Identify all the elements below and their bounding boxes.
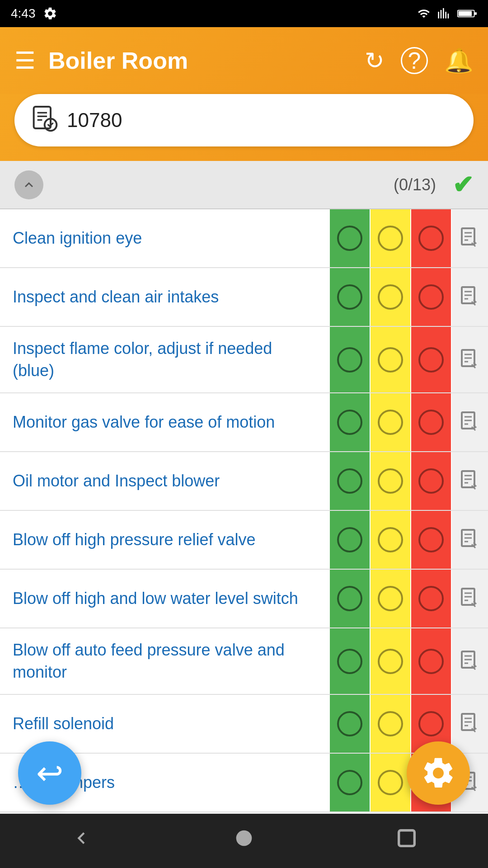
notes-icon-2 xyxy=(459,285,481,309)
yellow-circle-7[interactable] xyxy=(378,586,403,611)
red-circle-6[interactable] xyxy=(418,527,444,552)
refresh-icon[interactable]: ↻ xyxy=(365,47,385,74)
btn-green-7[interactable] xyxy=(330,570,371,627)
nav-home-button[interactable] xyxy=(232,826,256,855)
yellow-circle-3[interactable] xyxy=(378,347,403,373)
notes-icon-9 xyxy=(459,712,481,736)
btn-notes-5[interactable] xyxy=(452,452,488,510)
task-buttons-9 xyxy=(330,695,488,753)
btn-red-2[interactable] xyxy=(411,268,452,326)
btn-notes-9[interactable] xyxy=(452,695,488,753)
green-circle-9[interactable] xyxy=(337,711,362,736)
btn-yellow-3[interactable] xyxy=(371,327,411,392)
btn-green-5[interactable] xyxy=(330,452,371,510)
btn-yellow-8[interactable] xyxy=(371,628,411,694)
red-circle-9[interactable] xyxy=(418,711,444,736)
btn-green-6[interactable] xyxy=(330,511,371,569)
task-row: Inspect and clean air intakes xyxy=(0,268,488,327)
green-circle-8[interactable] xyxy=(337,649,362,674)
task-id: 10780 xyxy=(67,109,122,132)
nav-recents-button[interactable] xyxy=(395,826,418,855)
red-circle-3[interactable] xyxy=(418,347,444,373)
btn-notes-7[interactable] xyxy=(452,570,488,627)
btn-notes-2[interactable] xyxy=(452,268,488,326)
yellow-circle-9[interactable] xyxy=(378,711,403,736)
yellow-circle-6[interactable] xyxy=(378,527,403,552)
btn-notes-1[interactable] xyxy=(452,209,488,267)
btn-yellow-1[interactable] xyxy=(371,209,411,267)
notification-icon[interactable]: 🔔 xyxy=(444,47,474,75)
btn-yellow-2[interactable] xyxy=(371,268,411,326)
btn-green-2[interactable] xyxy=(330,268,371,326)
yellow-circle-2[interactable] xyxy=(378,284,403,310)
nav-back-button[interactable] xyxy=(70,826,93,855)
nav-bar xyxy=(0,814,488,868)
green-circle-10[interactable] xyxy=(337,770,362,795)
yellow-circle-1[interactable] xyxy=(378,226,403,251)
btn-green-10[interactable] xyxy=(330,754,371,811)
task-row: Oil motor and Inspect blower xyxy=(0,452,488,511)
btn-green-1[interactable] xyxy=(330,209,371,267)
collapse-button[interactable] xyxy=(14,170,43,199)
green-circle-1[interactable] xyxy=(337,226,362,251)
green-circle-2[interactable] xyxy=(337,284,362,310)
green-circle-6[interactable] xyxy=(337,527,362,552)
task-label-3: Inspect flame color, adjust if needed (b… xyxy=(0,327,330,392)
progress-row: (0/13) ✔ xyxy=(0,161,488,209)
btn-red-6[interactable] xyxy=(411,511,452,569)
red-circle-7[interactable] xyxy=(418,586,444,611)
green-circle-4[interactable] xyxy=(337,410,362,435)
btn-red-5[interactable] xyxy=(411,452,452,510)
progress-count: (0/13) xyxy=(52,175,436,194)
btn-yellow-6[interactable] xyxy=(371,511,411,569)
btn-red-4[interactable] xyxy=(411,393,452,451)
green-circle-3[interactable] xyxy=(337,347,362,373)
yellow-circle-10[interactable] xyxy=(378,770,403,795)
green-circle-5[interactable] xyxy=(337,468,362,494)
signal-icon xyxy=(437,6,452,21)
svg-rect-49 xyxy=(399,830,415,846)
complete-checkmark[interactable]: ✔ xyxy=(452,170,474,199)
red-circle-4[interactable] xyxy=(418,410,444,435)
task-row: Blow off high pressure relief valve xyxy=(0,511,488,570)
btn-green-8[interactable] xyxy=(330,628,371,694)
btn-green-9[interactable] xyxy=(330,695,371,753)
task-label-6: Blow off high pressure relief valve xyxy=(0,511,330,569)
task-label-5: Oil motor and Inspect blower xyxy=(0,452,330,510)
btn-notes-4[interactable] xyxy=(452,393,488,451)
task-label-7: Blow off high and low water level switch xyxy=(0,570,330,627)
notes-icon-8 xyxy=(459,650,481,673)
green-circle-7[interactable] xyxy=(337,586,362,611)
red-circle-2[interactable] xyxy=(418,284,444,310)
btn-notes-8[interactable] xyxy=(452,628,488,694)
status-time-area: 4:43 xyxy=(11,6,57,21)
btn-red-7[interactable] xyxy=(411,570,452,627)
btn-green-3[interactable] xyxy=(330,327,371,392)
task-buttons-1 xyxy=(330,209,488,267)
btn-green-4[interactable] xyxy=(330,393,371,451)
btn-yellow-7[interactable] xyxy=(371,570,411,627)
yellow-circle-4[interactable] xyxy=(378,410,403,435)
menu-icon[interactable]: ☰ xyxy=(14,47,36,74)
header-icons: ↻ ? 🔔 xyxy=(365,47,474,75)
btn-yellow-5[interactable] xyxy=(371,452,411,510)
search-bar: 10780 xyxy=(14,94,474,146)
btn-red-3[interactable] xyxy=(411,327,452,392)
btn-notes-3[interactable] xyxy=(452,327,488,392)
yellow-circle-5[interactable] xyxy=(378,468,403,494)
fab-settings-button[interactable] xyxy=(407,741,470,805)
help-icon[interactable]: ? xyxy=(401,47,428,74)
btn-red-1[interactable] xyxy=(411,209,452,267)
yellow-circle-8[interactable] xyxy=(378,649,403,674)
red-circle-5[interactable] xyxy=(418,468,444,494)
btn-yellow-10[interactable] xyxy=(371,754,411,811)
red-circle-8[interactable] xyxy=(418,649,444,674)
btn-red-8[interactable] xyxy=(411,628,452,694)
fab-back-button[interactable]: ↩ xyxy=(18,741,81,805)
btn-yellow-4[interactable] xyxy=(371,393,411,451)
btn-notes-6[interactable] xyxy=(452,511,488,569)
task-row: Monitor gas valve for ease of motion xyxy=(0,393,488,452)
btn-yellow-9[interactable] xyxy=(371,695,411,753)
task-row: Inspect flame color, adjust if needed (b… xyxy=(0,327,488,393)
red-circle-1[interactable] xyxy=(418,226,444,251)
